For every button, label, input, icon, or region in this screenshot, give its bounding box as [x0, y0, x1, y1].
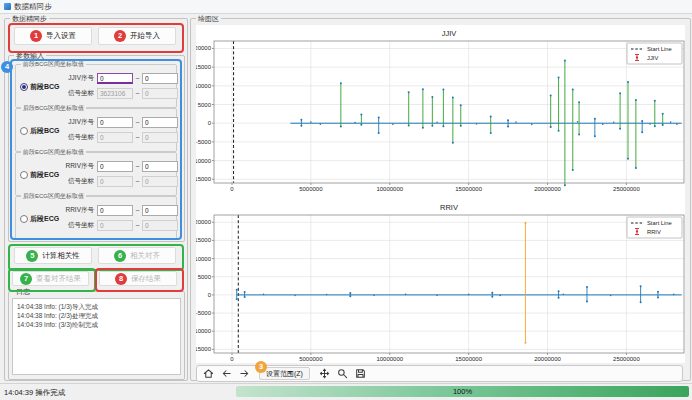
home-icon [203, 368, 214, 379]
svg-text:-10000: -10000 [196, 158, 212, 164]
home-button[interactable] [200, 367, 216, 381]
step-4-badge: 4 [1, 61, 13, 73]
field-label: 信号坐标 [61, 89, 94, 98]
plot-panel-title: 绘图区 [196, 14, 221, 23]
svg-text:Start Line: Start Line [647, 46, 672, 52]
param-input-title: 参数输入 [14, 51, 46, 60]
svg-text:-15000: -15000 [196, 346, 212, 352]
save-result-button[interactable]: 8 保存结果 [99, 271, 177, 286]
set-range-label: 设置范围(Z) [266, 369, 303, 379]
pan-button[interactable] [317, 367, 333, 381]
radio-rear-bcg[interactable]: 后段BCG [20, 126, 60, 136]
app-icon [4, 3, 11, 10]
svg-text:0: 0 [230, 356, 234, 362]
svg-text:5000000: 5000000 [299, 186, 323, 192]
signal-coord-end-input [142, 176, 178, 187]
tilde-separator: ~ [133, 222, 142, 229]
param-group-front-ecg: 前段ECG区间坐标取值 前段ECG RRIV序号 ~ 信号坐标 ~ [15, 152, 177, 196]
radio-label: 前段ECG [30, 170, 59, 180]
rriv-index-start-input[interactable] [97, 205, 133, 216]
forward-button[interactable] [236, 367, 252, 381]
step-3-badge: 3 [255, 361, 267, 373]
field-label: 信号坐标 [61, 221, 94, 230]
field-label: 信号坐标 [61, 133, 94, 142]
jjiv-index-start-input[interactable] [97, 117, 133, 128]
rriv-index-end-input[interactable] [142, 161, 178, 172]
svg-text:25000000: 25000000 [613, 186, 640, 192]
tilde-separator: ~ [133, 178, 142, 185]
step-7-badge: 7 [20, 273, 32, 285]
left-panel-group: 数据精同步 1 导入设置 2 开始导入 参数输入 4 前段BCG区间坐标取值 前… [4, 18, 188, 381]
svg-text:20000: 20000 [196, 45, 212, 51]
svg-text:JJIV: JJIV [442, 29, 457, 38]
svg-text:5000000: 5000000 [299, 356, 323, 362]
start-import-button[interactable]: 2 开始导入 [98, 27, 176, 45]
svg-text:15000000: 15000000 [455, 186, 482, 192]
magnifier-icon [337, 368, 348, 379]
log-entry: 14:04:38 Info: (2/3)处理完成 [17, 311, 176, 320]
field-label: RRIV序号 [61, 162, 94, 171]
charts-figure[interactable]: 0500000010000000150000002000000025000000… [196, 25, 685, 363]
view-align-result-button[interactable]: 7 查看对齐结果 [12, 271, 89, 286]
signal-coord-start-input [97, 132, 133, 143]
correlation-align-button[interactable]: 6 相关对齐 [98, 247, 176, 264]
jjiv-index-end-input[interactable] [142, 117, 178, 128]
step-6-badge: 6 [114, 250, 126, 262]
svg-text:Start Line: Start Line [647, 220, 672, 226]
log-output: 14:04:38 Info: (1/3)导入完成 14:04:38 Info: … [12, 298, 181, 375]
progress-bar: 100% [236, 386, 689, 397]
jjiv-index-end-input[interactable] [142, 73, 178, 84]
svg-text:10000000: 10000000 [376, 186, 403, 192]
radio-icon[interactable] [20, 127, 28, 135]
correlation-align-label: 相关对齐 [130, 251, 160, 261]
signal-coord-start-input [97, 176, 133, 187]
save-result-label: 保存结果 [131, 274, 161, 284]
svg-text:25000000: 25000000 [613, 356, 640, 362]
param-group-rear-ecg: 后段ECG区间坐标取值 后段ECG RRIV序号 ~ 信号坐标 ~ [15, 196, 177, 240]
radio-front-ecg[interactable]: 前段ECG [20, 170, 59, 180]
window-titlebar[interactable]: 数据精同步 [0, 0, 692, 14]
window-title: 数据精同步 [14, 2, 52, 12]
svg-text:15000: 15000 [196, 64, 212, 70]
svg-text:15000000: 15000000 [455, 356, 482, 362]
status-message: 14:04:39 操作完成 [4, 388, 65, 398]
back-button[interactable] [218, 367, 234, 381]
rriv-index-end-input[interactable] [142, 205, 178, 216]
radio-icon[interactable] [20, 83, 28, 91]
status-bar: 14:04:39 操作完成 100% [0, 383, 692, 400]
log-entry: 14:04:39 Info: (3/3)绘制完成 [17, 320, 176, 329]
tilde-separator: ~ [133, 207, 142, 214]
param-group-rear-bcg: 后段BCG区间坐标取值 后段BCG JJIV序号 ~ 信号坐标 ~ [15, 108, 177, 152]
radio-rear-ecg[interactable]: 后段ECG [20, 214, 59, 224]
signal-coord-start-input [97, 88, 133, 99]
jjiv-index-start-input[interactable] [97, 73, 133, 84]
svg-text:0: 0 [208, 120, 212, 126]
save-figure-button[interactable] [353, 367, 369, 381]
tilde-separator: ~ [133, 134, 142, 141]
plot-toolbar: 3 设置范围(Z) [196, 365, 683, 382]
set-range-button[interactable]: 3 设置范围(Z) [259, 367, 310, 380]
field-label: 信号坐标 [61, 177, 94, 186]
tilde-separator: ~ [133, 163, 142, 170]
param-group-title: 前段BCG区间坐标取值 [21, 60, 86, 69]
svg-text:JJIV: JJIV [647, 55, 658, 61]
radio-front-bcg[interactable]: 前段BCG [20, 82, 60, 92]
compute-correlation-button[interactable]: 5 计算相关性 [14, 247, 92, 264]
save-icon [355, 368, 366, 379]
rriv-index-start-input[interactable] [97, 161, 133, 172]
signal-coord-start-input [97, 220, 133, 231]
field-label: JJIV序号 [61, 74, 94, 83]
import-settings-label: 导入设置 [46, 31, 76, 41]
tilde-separator: ~ [133, 75, 142, 82]
import-settings-button[interactable]: 1 导入设置 [14, 27, 92, 45]
progress-value: 100% [453, 387, 472, 396]
zoom-button[interactable] [335, 367, 351, 381]
svg-text:20000000: 20000000 [534, 186, 561, 192]
svg-text:-5000: -5000 [196, 310, 212, 316]
pan-icon [319, 368, 330, 379]
svg-text:-5000: -5000 [196, 139, 212, 145]
radio-icon[interactable] [20, 215, 28, 223]
radio-label: 后段BCG [30, 126, 60, 136]
radio-icon[interactable] [20, 171, 28, 179]
back-arrow-icon [221, 368, 232, 379]
